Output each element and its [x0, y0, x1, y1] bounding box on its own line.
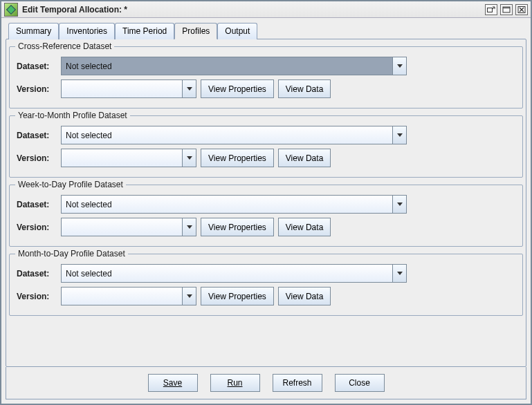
dataset-combo[interactable]: Not selected: [61, 126, 407, 144]
view-properties-button[interactable]: View Properties: [201, 218, 274, 236]
row-version: Version: View Properties View Data: [17, 218, 515, 236]
dialog-window: Edit Temporal Allocation: *: [0, 0, 532, 405]
window-title: Edit Temporal Allocation: *: [22, 5, 485, 15]
version-combo[interactable]: [61, 287, 196, 305]
group-month-to-day: Month-to-Day Profile Dataset Dataset: No…: [9, 254, 523, 316]
group-week-to-day: Week-to-Day Profile Dataset Dataset: Not…: [9, 185, 523, 247]
view-properties-button[interactable]: View Properties: [201, 287, 274, 305]
group-title: Week-to-Day Profile Dataset: [15, 180, 126, 189]
group-cross-reference: Cross-Reference Dataset Dataset: Not sel…: [9, 46, 523, 109]
row-version: Version: View Properties View Data: [17, 287, 515, 305]
label-dataset: Dataset:: [17, 200, 57, 209]
version-combo[interactable]: [61, 218, 196, 236]
maximize-icon: [502, 6, 511, 13]
dataset-combo[interactable]: Not selected: [61, 57, 407, 75]
window-controls: [485, 4, 528, 15]
label-version: Version:: [17, 292, 57, 301]
row-dataset: Dataset: Not selected: [17, 195, 515, 214]
row-dataset: Dataset: Not selected: [17, 126, 515, 144]
label-version: Version:: [17, 223, 57, 232]
dataset-combo-text: Not selected: [62, 196, 392, 213]
group-title: Cross-Reference Dataset: [15, 41, 114, 51]
detach-icon: [487, 6, 495, 13]
chevron-down-icon[interactable]: [392, 265, 406, 282]
view-data-button[interactable]: View Data: [278, 287, 331, 305]
tab-inventories[interactable]: Inventories: [59, 23, 115, 39]
row-version: Version: View Properties View Data: [17, 79, 515, 98]
chevron-down-icon[interactable]: [392, 196, 406, 213]
tab-output[interactable]: Output: [217, 23, 257, 39]
view-properties-button[interactable]: View Properties: [201, 79, 274, 98]
tabstrip-wrap: Summary Inventories Time Period Profiles…: [6, 22, 526, 39]
row-dataset: Dataset: Not selected: [17, 57, 515, 75]
group-title: Year-to-Month Profile Dataset: [15, 111, 130, 120]
label-dataset: Dataset:: [17, 62, 57, 71]
detach-button[interactable]: [485, 4, 497, 15]
row-version: Version: View Properties View Data: [17, 149, 515, 167]
view-properties-button[interactable]: View Properties: [201, 149, 274, 167]
chevron-down-icon[interactable]: [392, 57, 406, 75]
version-combo[interactable]: [61, 149, 196, 167]
label-dataset: Dataset:: [17, 131, 57, 140]
version-combo-text: [62, 149, 182, 167]
label-version: Version:: [17, 84, 57, 94]
tab-summary[interactable]: Summary: [8, 23, 59, 39]
dataset-combo-text: Not selected: [62, 57, 392, 75]
group-year-to-month: Year-to-Month Profile Dataset Dataset: N…: [9, 115, 523, 178]
version-combo[interactable]: [61, 79, 196, 98]
close-button[interactable]: Close: [335, 374, 385, 392]
run-button[interactable]: Run: [210, 374, 260, 392]
chevron-down-icon[interactable]: [182, 288, 196, 305]
refresh-button[interactable]: Refresh: [273, 374, 322, 392]
save-button[interactable]: Save: [148, 374, 198, 392]
view-data-button[interactable]: View Data: [278, 149, 331, 167]
view-data-button[interactable]: View Data: [278, 79, 331, 98]
chevron-down-icon[interactable]: [182, 149, 196, 167]
view-data-button[interactable]: View Data: [278, 218, 331, 236]
chevron-down-icon[interactable]: [182, 218, 196, 236]
client-area: Summary Inventories Time Period Profiles…: [1, 18, 531, 404]
dataset-combo-text: Not selected: [62, 126, 392, 144]
dataset-combo[interactable]: Not selected: [61, 264, 407, 283]
label-dataset: Dataset:: [17, 269, 57, 279]
titlebar[interactable]: Edit Temporal Allocation: *: [1, 1, 531, 18]
chevron-down-icon[interactable]: [182, 80, 196, 97]
row-dataset: Dataset: Not selected: [17, 264, 515, 283]
svg-rect-0: [488, 8, 493, 12]
close-window-button[interactable]: [515, 4, 528, 15]
close-icon: [517, 6, 526, 13]
label-version: Version:: [17, 153, 57, 163]
tab-time-period[interactable]: Time Period: [115, 23, 174, 39]
maximize-button[interactable]: [500, 4, 513, 15]
dataset-combo-text: Not selected: [62, 265, 392, 282]
version-combo-text: [62, 80, 182, 97]
button-bar: Save Run Refresh Close: [6, 367, 526, 399]
tab-profiles[interactable]: Profiles: [174, 23, 217, 39]
version-combo-text: [62, 218, 182, 236]
chevron-down-icon[interactable]: [392, 126, 406, 144]
version-combo-text: [62, 288, 182, 305]
tab-page-profiles: Cross-Reference Dataset Dataset: Not sel…: [6, 39, 526, 367]
dataset-combo[interactable]: Not selected: [61, 195, 407, 214]
tabstrip: Summary Inventories Time Period Profiles…: [8, 22, 526, 39]
app-icon: [4, 3, 18, 17]
group-title: Month-to-Day Profile Dataset: [15, 249, 128, 258]
